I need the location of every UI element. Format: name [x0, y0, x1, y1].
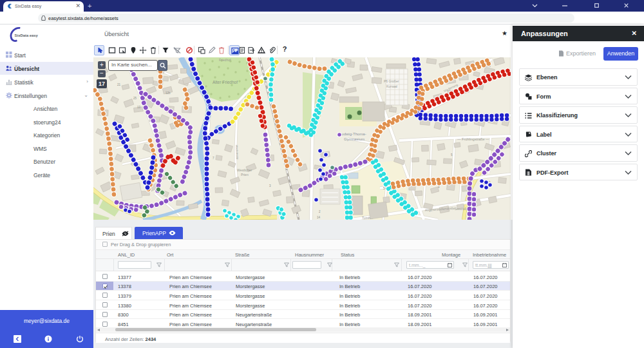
svg-text:Prien: Prien [241, 173, 249, 177]
svg-text:P6 Großer: P6 Großer [384, 79, 399, 83]
svg-text:14: 14 [317, 216, 321, 219]
svg-text:SixData easy: SixData easy [15, 34, 39, 37]
svg-text:21: 21 [117, 83, 121, 86]
svg-text:Westlicher: Westlicher [237, 168, 252, 172]
svg-text:Gymnasium: Gymnasium [344, 137, 365, 141]
svg-text:Friedhof: Friedhof [219, 58, 231, 62]
svg-text:12b: 12b [166, 92, 171, 95]
svg-text:Alter Friedhof: Alter Friedhof [213, 80, 238, 84]
svg-text:Ludwig-Thoma-: Ludwig-Thoma- [339, 132, 366, 136]
svg-text:Seestraße: Seestraße [455, 208, 468, 211]
svg-text:25: 25 [133, 97, 137, 100]
svg-text:— Frühlingstraße —: — Frühlingstraße — [457, 137, 489, 141]
svg-text:13: 13 [137, 106, 141, 109]
svg-text:Kursaal: Kursaal [386, 84, 397, 88]
